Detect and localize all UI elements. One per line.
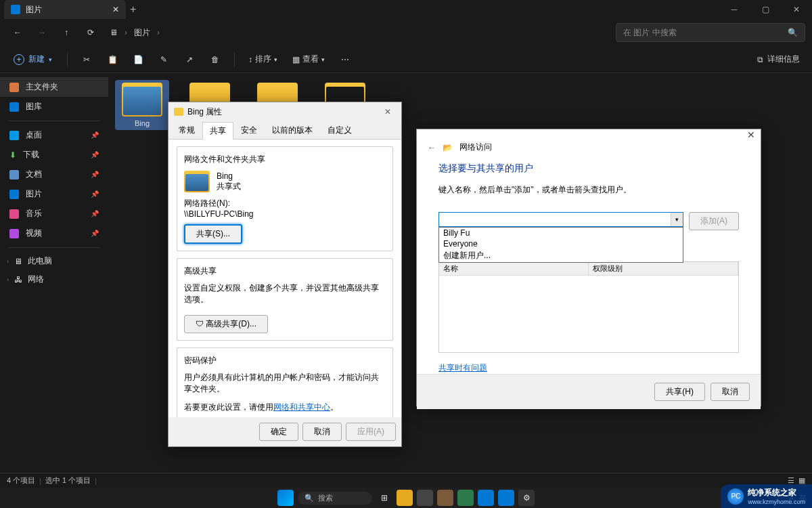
minimize-button[interactable]: ─ (719, 0, 750, 19)
wizard-body: 选择要与其共享的用户 键入名称，然后单击"添加"，或者单击箭头查找用户。 ▾ B… (417, 163, 761, 374)
network-access-icon: 📂 (443, 143, 453, 152)
tab-security[interactable]: 安全 (233, 121, 265, 139)
edge-icon[interactable] (478, 490, 494, 506)
section-title: 网络文件和文件夹共享 (184, 154, 386, 165)
wizard-header: 网络访问 (459, 142, 492, 153)
forward-button[interactable]: → (31, 22, 53, 43)
share-button[interactable]: 共享(H) (654, 383, 705, 401)
watermark: PC 纯净系统之家 www.kzmyhome.com (721, 484, 812, 508)
back-button[interactable]: ← (428, 143, 436, 152)
breadcrumb[interactable]: 🖥 › 图片 › (110, 27, 160, 39)
view-button[interactable]: ▦ 查看 ▾ (287, 51, 330, 68)
status-selected: 选中 1 个项目 (45, 475, 91, 486)
monitor-icon: 🖥 (110, 28, 118, 37)
tab-custom[interactable]: 自定义 (320, 121, 359, 139)
explorer-icon[interactable] (397, 490, 413, 506)
rename-button[interactable]: ✎ (153, 49, 175, 70)
user-input[interactable] (438, 212, 683, 227)
chevron-down-icon[interactable]: ▾ (671, 213, 683, 226)
wizard-desc: 键入名称，然后单击"添加"，或者单击箭头查找用户。 (438, 184, 739, 196)
sidebar-documents[interactable]: 文档📌 (0, 165, 108, 184)
navbar: ← → ↑ ⟳ 🖥 › 图片 › 在 图片 中搜索 🔍 (0, 19, 812, 46)
cancel-button[interactable]: 取消 (710, 383, 750, 401)
sort-button[interactable]: ↕ 排序 ▾ (243, 51, 283, 68)
advanced-share-button[interactable]: 🛡 高级共享(D)... (184, 315, 268, 333)
taskbar-app-icon[interactable] (417, 490, 433, 506)
pin-icon: 📌 (91, 171, 99, 178)
sidebar-music[interactable]: 音乐📌 (0, 204, 108, 224)
store-icon[interactable] (498, 490, 514, 506)
close-icon[interactable]: ✕ (380, 107, 396, 117)
network-center-link[interactable]: 网络和共享中心 (273, 402, 330, 412)
back-button[interactable]: ← (7, 22, 28, 43)
trouble-link[interactable]: 共享时有问题 (438, 363, 487, 373)
cut-button[interactable]: ✂ (76, 49, 97, 70)
dropdown-item[interactable]: Everyone (439, 238, 683, 249)
settings-icon[interactable]: ⚙ (518, 490, 535, 506)
gallery-icon (9, 102, 19, 112)
maximize-button[interactable]: ▢ (750, 0, 781, 19)
add-button[interactable]: 添加(A) (689, 212, 739, 230)
dialog-titlebar[interactable]: Bing 属性 ✕ (168, 102, 401, 121)
taskbar-app-icon[interactable] (437, 490, 453, 506)
new-tab-button[interactable]: + (130, 3, 136, 16)
up-button[interactable]: ↑ (55, 22, 77, 43)
column-permission[interactable]: 权限级别 (589, 262, 738, 275)
share-status: 共享式 (217, 181, 241, 192)
task-view-icon[interactable]: ⊞ (376, 490, 392, 506)
details-pane-button[interactable]: ⧉ 详细信息 (752, 51, 805, 68)
sidebar-downloads[interactable]: ⬇下载📌 (0, 145, 108, 165)
search-input[interactable]: 在 图片 中搜索 🔍 (616, 23, 805, 42)
folder-bing[interactable]: Bing (115, 80, 169, 130)
user-combobox[interactable]: ▾ Billy Fu Everyone 创建新用户... (438, 212, 683, 230)
permission-list[interactable]: 名称 权限级别 (438, 261, 739, 353)
refresh-button[interactable]: ⟳ (80, 22, 102, 43)
documents-icon (9, 170, 19, 179)
taskbar-app-icon[interactable] (457, 490, 474, 506)
tab-general[interactable]: 常规 (171, 121, 202, 139)
close-icon[interactable]: ✕ (747, 129, 755, 140)
window-tab[interactable]: 图片 ✕ (4, 0, 126, 19)
properties-body: 网络文件和文件夹共享 Bing 共享式 网络路径(N): \\BILLYFU-P… (168, 140, 401, 417)
downloads-icon: ⬇ (9, 150, 16, 160)
cancel-button[interactable]: 取消 (302, 423, 342, 441)
statusbar: 4 个项目 | 选中 1 个项目 | ☰ ▦ (0, 473, 812, 488)
sidebar-pictures[interactable]: 图片📌 (0, 184, 108, 204)
pictures-icon (9, 190, 19, 199)
sidebar-home[interactable]: 主文件夹 (0, 77, 108, 97)
sidebar-gallery[interactable]: 图库 (0, 97, 108, 117)
share-button[interactable]: ↗ (179, 49, 200, 70)
new-button[interactable]: + 新建 ▾ (7, 51, 59, 68)
sidebar-desktop[interactable]: 桌面📌 (0, 125, 108, 145)
sidebar-videos[interactable]: 视频📌 (0, 224, 108, 243)
tab-share[interactable]: 共享 (202, 122, 233, 140)
delete-button[interactable]: 🗑 (204, 49, 226, 70)
close-button[interactable]: ✕ (781, 0, 812, 19)
close-tab-icon[interactable]: ✕ (112, 5, 119, 14)
paste-button[interactable]: 📄 (127, 49, 149, 70)
start-button[interactable] (277, 490, 294, 506)
dropdown-item[interactable]: Billy Fu (439, 228, 683, 238)
plus-icon: + (14, 54, 24, 65)
home-icon (9, 83, 19, 92)
ok-button[interactable]: 确定 (259, 423, 298, 441)
share-button[interactable]: 共享(S)... (184, 224, 242, 244)
pin-icon: 📌 (91, 210, 99, 217)
dropdown-item[interactable]: 创建新用户... (439, 249, 683, 262)
sidebar-network[interactable]: ›🖧网络 (0, 270, 108, 289)
toolbar: + 新建 ▾ ✂ 📋 📄 ✎ ↗ 🗑 ↕ 排序 ▾ ▦ 查看 ▾ ⋯ ⧉ 详细信… (0, 46, 812, 73)
details-icon: ⧉ (757, 55, 763, 64)
more-button[interactable]: ⋯ (334, 49, 356, 70)
search-icon[interactable]: 🔍 (788, 28, 798, 37)
window-controls: ─ ▢ ✕ (719, 0, 812, 19)
apply-button[interactable]: 应用(A) (346, 423, 396, 441)
tab-previous[interactable]: 以前的版本 (265, 121, 320, 139)
pc-icon: 🖥 (14, 257, 22, 266)
breadcrumb-item[interactable]: 图片 (134, 27, 150, 39)
taskbar-search[interactable]: 🔍 搜索 (298, 492, 372, 505)
section-title: 高级共享 (184, 266, 386, 277)
wizard-titlebar[interactable]: ✕ (417, 129, 761, 140)
sidebar-this-pc[interactable]: ›🖥此电脑 (0, 252, 108, 270)
copy-button[interactable]: 📋 (102, 49, 123, 70)
column-name[interactable]: 名称 (439, 262, 589, 275)
